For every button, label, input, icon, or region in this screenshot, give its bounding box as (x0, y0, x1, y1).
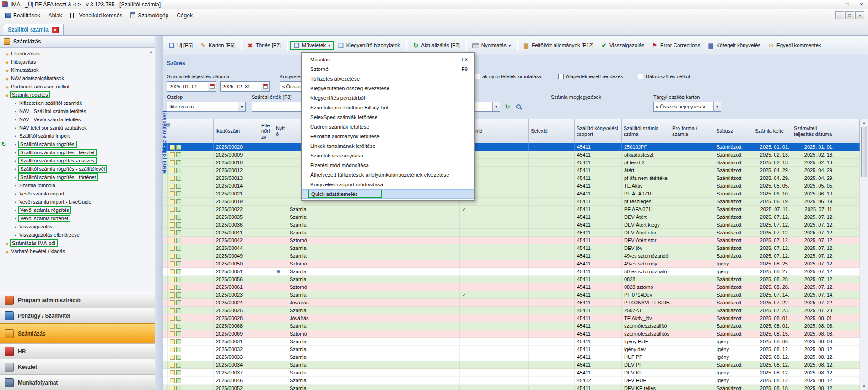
table-row-19[interactable]: 2025/00061Sztornó454110828 sztornóSzámlá… (163, 283, 860, 291)
menu-item-4[interactable]: Kiegyenlítetlen összeg elvezetése (302, 83, 474, 93)
table-row-16[interactable]: 2025/00050Sztornó4541149-es sztornójaIgé… (163, 260, 860, 268)
feltoltott-allomanyok-button[interactable]: Feltöltött állományok [F12] (520, 41, 597, 50)
mdi-close-icon[interactable] (855, 11, 864, 19)
search-button[interactable] (514, 102, 523, 111)
checkbox-yellow[interactable] (170, 292, 175, 298)
sidebar-item-4[interactable]: NAV adatszolgáltatások (0, 74, 155, 82)
checkbox-yellow[interactable] (170, 184, 175, 189)
menu-item-15[interactable]: Quick adatátemelés (302, 189, 474, 199)
checkbox-yellow[interactable] (170, 370, 175, 375)
table-row-12[interactable]: 2025/00041Számla45411DEV Átért storSzáml… (163, 229, 860, 237)
kiegyenlito-bizonylatok-button[interactable]: Kiegyenlítő bizonylatok (334, 41, 404, 50)
menubar-item-3[interactable]: Vonalkód keresés (67, 11, 126, 21)
sidebar-section-1[interactable]: Program adminisztráció (0, 292, 155, 308)
menubar-item-2[interactable]: Ablak (45, 11, 66, 21)
table-row-11[interactable]: 2025/00036Számla45411DEV Átért kiegySzám… (163, 221, 860, 229)
menu-collapse-strip[interactable]: Menü (klikk az elrejtéshez) (155, 36, 163, 390)
checkbox-green[interactable] (176, 199, 181, 204)
chevron-down-icon[interactable] (238, 102, 245, 111)
checkbox-yellow[interactable] (170, 246, 175, 251)
checkbox-green[interactable] (176, 324, 181, 329)
tab-close-icon[interactable] (52, 27, 59, 33)
menubar-item-1[interactable]: Beállítások (2, 11, 44, 21)
sidebar-item-25[interactable]: Várható bevétel / kiadás (0, 247, 155, 255)
sidebar-item-10[interactable]: NAV tétel sor szintű szabályok (0, 124, 155, 132)
table-row-7[interactable]: 2025/0002145411PF ÁFA0710Számlázott2025.… (163, 190, 860, 198)
checkbox-green[interactable] (176, 176, 181, 181)
bejegyzes-dropdown[interactable]: < Összes bejegyzés > (653, 102, 721, 112)
scroll-up-icon[interactable] (860, 121, 868, 125)
kotegelt-konyveles-button[interactable]: Kötegelt könyvelés (705, 41, 764, 50)
close-icon[interactable] (854, 0, 868, 9)
checkbox-green[interactable] (176, 363, 181, 368)
table-row-1[interactable]: 2025/000204541125010JPFSzámlázott2025. 0… (163, 143, 860, 151)
checkbox-green[interactable] (176, 152, 181, 157)
delete-button[interactable]: Törlés [F7] (244, 41, 284, 50)
calendar-icon[interactable] (208, 82, 216, 91)
sidebar-item-1[interactable]: Ellenőrzések (0, 49, 155, 58)
checkbox-green[interactable] (176, 378, 181, 383)
table-row-26[interactable]: 2025/00031Számla45411Igény HUFIgény2025.… (163, 338, 860, 346)
menu-item-13[interactable]: Áthelyezett túlfizetések árfolyamkülönbö… (302, 170, 474, 179)
column-header-selexid[interactable]: SelexId (529, 119, 575, 143)
column-header-csoport[interactable]: Szállító könyvelési csoport (575, 119, 622, 143)
sidebar-item-17[interactable]: Számla tombola (0, 181, 155, 190)
sidebar-item-21[interactable]: Vevői számla történet (0, 214, 155, 222)
menu-item-9[interactable]: Feltöltött állományok letöltése (302, 131, 474, 141)
checkbox-green[interactable] (176, 254, 181, 259)
checkbox-green[interactable] (176, 246, 181, 251)
sidebar-item-8[interactable]: NAV - Szállítói számla letöltés (0, 107, 155, 115)
checkbox-green[interactable] (176, 160, 181, 165)
column-header-fill[interactable] (836, 119, 860, 143)
mdi-minimize-icon[interactable] (835, 11, 844, 19)
error-corrections-button[interactable]: Error Corrections (648, 41, 704, 50)
checkbox-green[interactable] (176, 207, 181, 212)
menu-item-11[interactable]: Számlák visszanyitása (302, 151, 474, 160)
checkbox-green[interactable] (176, 355, 181, 360)
table-row-5[interactable]: 2025/0001345411pf áfa nem átértékeSzámlá… (163, 174, 860, 182)
table-row-32[interactable]: 2025/00052Számla45411DEV KP teljesSzámlá… (163, 385, 860, 390)
menu-item-12[interactable]: Fizetési mód módosítása (302, 160, 474, 170)
checkbox-yellow[interactable] (170, 277, 175, 282)
table-row-24[interactable]: 2025/00068Számla45411sztornótesztszállít… (163, 322, 860, 330)
column-header-szamlaszam[interactable]: Szállítói számla száma (622, 119, 670, 143)
table-row-9[interactable]: 2025/00022Számla45411PF ÁFA 0711Számlázo… (163, 206, 860, 213)
checkbox-green[interactable] (176, 316, 181, 321)
menu-item-6[interactable]: Szamlakepek letöltése Billcity-ból (302, 103, 474, 112)
table-row-17[interactable]: 2025/00051Számla4541150-es sztornózhatóI… (163, 268, 860, 276)
sidebar-item-3[interactable]: Kimutatások (0, 66, 155, 74)
checkbox-yellow[interactable] (170, 378, 175, 383)
tab-szallitoi-szamla[interactable]: Szállítói számla (3, 24, 64, 35)
checkbox-yellow[interactable] (170, 300, 175, 305)
checkbox-yellow[interactable] (170, 230, 175, 235)
checkbox-yellow[interactable] (170, 331, 175, 336)
vertical-scrollbar[interactable] (860, 119, 868, 390)
sidebar-item-18[interactable]: Vevői számla import (0, 190, 155, 198)
column-header-rowsel[interactable] (163, 119, 214, 143)
checkbox-green[interactable] (176, 386, 181, 390)
sidebar-item-5[interactable]: Partnerek adószám nélkül (0, 82, 155, 91)
checkbox-yellow[interactable] (170, 261, 175, 266)
sidebar-item-7[interactable]: Kifizetetlen szállítói számlák (0, 99, 155, 107)
checkbox-green[interactable] (176, 370, 181, 375)
table-row-10[interactable]: 2025/00035Számla45411DEV ÁtértSzámlázott… (163, 213, 860, 221)
egyedi-kommentek-button[interactable]: Egyedi kommentek (765, 41, 825, 50)
muveletek-button[interactable]: Műveletek (290, 41, 334, 50)
menu-item-14[interactable]: Könyvelési csoport módosítása (302, 179, 474, 189)
table-row-3[interactable]: 2025/0001045411pf teszt 2_Számlázott2025… (163, 159, 860, 167)
checkbox-yellow[interactable] (170, 145, 175, 150)
checkbox-yellow[interactable] (170, 363, 175, 368)
checkbox-yellow[interactable] (170, 316, 175, 321)
sidebar-item-23[interactable]: Visszaigazolás ellenőrzése (0, 231, 155, 239)
table-row-22[interactable]: 2025/00025Számla45411250723Számlázott202… (163, 307, 860, 314)
menu-item-10[interactable]: Linkek tartalmának letöltése (302, 141, 474, 151)
menu-item-8[interactable]: Cadren számlák letöltése (302, 122, 474, 131)
menu-item-5[interactable]: Kiegyenlítés pénztárból (302, 93, 474, 103)
menubar-item-4[interactable]: Számológép (127, 11, 172, 21)
menu-item-3[interactable]: Túlfizetés átvezetése (302, 74, 474, 83)
checkbox-yellow[interactable] (170, 207, 175, 212)
table-row-31[interactable]: 2025/00046Számla45412DEV-HUFIgény2025. 0… (163, 377, 860, 385)
checkbox-green[interactable] (176, 331, 181, 336)
checkbox-yellow[interactable] (170, 238, 175, 243)
sidebar-item-6[interactable]: Számla rögzítés (0, 91, 155, 99)
